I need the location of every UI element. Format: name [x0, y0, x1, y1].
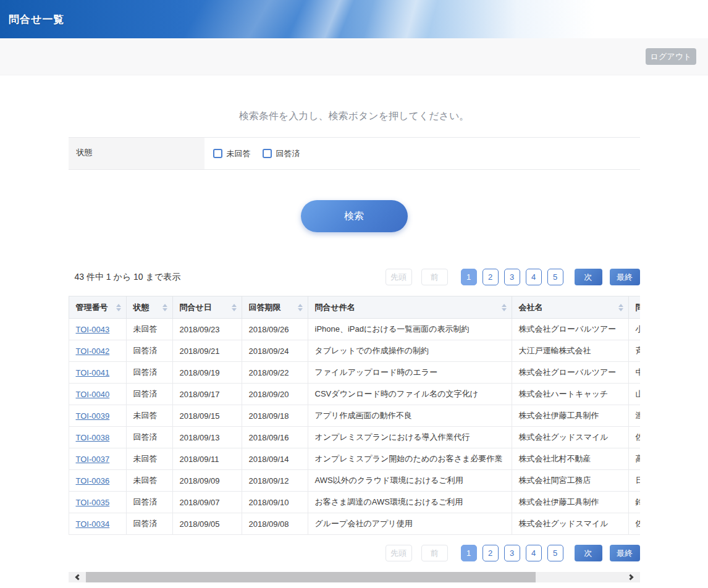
status-cell: 回答済 [126, 362, 172, 384]
status-cell: 未回答 [126, 405, 172, 427]
page-number-1[interactable]: 1 [461, 269, 477, 285]
inquiry-link[interactable]: TOI-0040 [76, 390, 110, 399]
inquiry-date-cell: 2018/09/05 [172, 513, 242, 535]
due-date-cell: 2018/09/20 [242, 384, 308, 405]
sort-icon [116, 304, 121, 311]
contact-cell-clipped: 高 [628, 448, 640, 470]
page-number-5[interactable]: 5 [547, 545, 563, 561]
page-first-button[interactable]: 先頭 [386, 545, 412, 561]
page-last-button[interactable]: 最終 [610, 545, 640, 561]
status-cell: 未回答 [126, 448, 172, 470]
inquiry-link[interactable]: TOI-0042 [76, 346, 110, 356]
company-cell: 株式会社北村不動産 [512, 448, 628, 470]
company-cell: 株式会社間宮工務店 [512, 470, 628, 492]
page-number-1[interactable]: 1 [461, 545, 477, 561]
result-count: 43 件中 1 から 10 まで表示 [69, 272, 181, 283]
table-row: TOI-0036 未回答 2018/09/09 2018/09/12 AWS以外… [69, 470, 640, 492]
company-cell: 株式会社グローバルツアー [512, 319, 628, 340]
subject-cell: iPhone、iPadにおける一覧画面の表示制約 [308, 319, 512, 340]
inquiry-link[interactable]: TOI-0036 [76, 476, 110, 485]
subject-cell: CSVダウンロード時のファイル名の文字化け [308, 384, 512, 405]
checkbox-icon [263, 149, 272, 158]
column-header-clipped[interactable]: 問 [628, 296, 640, 319]
page-number-2[interactable]: 2 [483, 269, 499, 285]
due-date-cell: 2018/09/26 [242, 319, 308, 340]
status-cell: 回答済 [126, 340, 172, 362]
column-header-due-date[interactable]: 回答期限 [242, 296, 308, 319]
inquiry-link[interactable]: TOI-0038 [76, 433, 110, 442]
horizontal-scrollbar[interactable] [69, 572, 640, 582]
page-prev-button[interactable]: 前 [421, 269, 448, 285]
inquiry-link[interactable]: TOI-0043 [76, 325, 110, 334]
scroll-right-button[interactable] [623, 572, 640, 582]
company-cell: 株式会社伊藤工具制作 [512, 492, 628, 513]
due-date-cell: 2018/09/24 [242, 340, 308, 362]
page-prev-button[interactable]: 前 [421, 545, 448, 561]
page-number-4[interactable]: 4 [526, 269, 542, 285]
search-button[interactable]: 検索 [301, 200, 408, 232]
due-date-cell: 2018/09/08 [242, 513, 308, 535]
page-number-3[interactable]: 3 [504, 545, 520, 561]
column-header-status[interactable]: 状態 [126, 296, 172, 319]
due-date-cell: 2018/09/18 [242, 405, 308, 427]
search-instruction: 検索条件を入力し、検索ボタンを押してください。 [69, 110, 640, 123]
inquiry-date-cell: 2018/09/19 [172, 362, 242, 384]
scroll-left-button[interactable] [69, 572, 86, 582]
contact-cell-clipped: 鈴 [628, 492, 640, 513]
checkbox-icon [213, 149, 222, 158]
inquiry-date-cell: 2018/09/11 [172, 448, 242, 470]
column-header-subject[interactable]: 問合せ件名 [308, 296, 512, 319]
inquiry-table-viewport: 管理番号 状態 問合せ日 回答期限 問合せ件名 会社名 問 TOI-0043 未… [69, 296, 640, 535]
status-cell: 未回答 [126, 319, 172, 340]
search-condition-row: 状態 未回答 回答済 [69, 137, 640, 170]
inquiry-link[interactable]: TOI-0041 [76, 368, 110, 377]
subject-cell: タブレットでの作成操作の制約 [308, 340, 512, 362]
subject-cell: オンプレミスプラン開始のためのお客さま必要作業 [308, 448, 512, 470]
contact-cell-clipped: 小 [628, 319, 640, 340]
pagination-top: 先頭 前 1 2 3 4 5 次 最終 [386, 269, 640, 285]
filter-checkbox-unanswered[interactable]: 未回答 [213, 148, 251, 159]
page-banner: 問合せ一覧 [0, 0, 708, 38]
page-first-button[interactable]: 先頭 [386, 269, 412, 285]
inquiry-date-cell: 2018/09/15 [172, 405, 242, 427]
column-header-id[interactable]: 管理番号 [69, 296, 126, 319]
table-row: TOI-0034 回答済 2018/09/05 2018/09/08 グループ会… [69, 513, 640, 535]
sort-icon [162, 304, 167, 311]
inquiry-link[interactable]: TOI-0035 [76, 498, 110, 507]
column-header-company[interactable]: 会社名 [512, 296, 628, 319]
page-last-button[interactable]: 最終 [610, 269, 640, 285]
chevron-right-icon [627, 574, 633, 581]
filter-checkbox-answered[interactable]: 回答済 [263, 148, 300, 159]
page-next-button[interactable]: 次 [575, 545, 602, 561]
due-date-cell: 2018/09/10 [242, 492, 308, 513]
column-header-inquiry-date[interactable]: 問合せ日 [172, 296, 242, 319]
page-number-5[interactable]: 5 [547, 269, 563, 285]
inquiry-link[interactable]: TOI-0037 [76, 455, 110, 464]
due-date-cell: 2018/09/22 [242, 362, 308, 384]
inquiry-link[interactable]: TOI-0039 [76, 411, 110, 421]
contact-cell-clipped: 佐 [628, 513, 640, 535]
contact-cell-clipped: 渡 [628, 405, 640, 427]
contact-cell-clipped: 山 [628, 384, 640, 405]
table-row: TOI-0041 回答済 2018/09/19 2018/09/22 ファイルア… [69, 362, 640, 384]
page-next-button[interactable]: 次 [575, 269, 602, 285]
subject-cell: AWS以外のクラウド環境におけるご利用 [308, 470, 512, 492]
pagination-bottom: 先頭 前 1 2 3 4 5 次 最終 [386, 545, 640, 561]
page-number-4[interactable]: 4 [526, 545, 542, 561]
subject-cell: アプリ作成画面の動作不良 [308, 405, 512, 427]
status-cell: 未回答 [126, 470, 172, 492]
page-number-2[interactable]: 2 [483, 545, 499, 561]
status-label: 状態 [69, 138, 204, 169]
status-cell: 回答済 [126, 513, 172, 535]
inquiry-date-cell: 2018/09/09 [172, 470, 242, 492]
logout-button[interactable]: ログアウト [646, 48, 696, 65]
contact-cell-clipped: 佐 [628, 427, 640, 448]
company-cell: 株式会社グローバルツアー [512, 362, 628, 384]
inquiry-date-cell: 2018/09/21 [172, 340, 242, 362]
inquiry-link[interactable]: TOI-0034 [76, 519, 110, 529]
chevron-left-icon [75, 574, 81, 581]
contact-cell-clipped: 日 [628, 470, 640, 492]
company-cell: 株式会社グッドスマイル [512, 427, 628, 448]
scrollbar-thumb[interactable] [86, 572, 536, 582]
page-number-3[interactable]: 3 [504, 269, 520, 285]
